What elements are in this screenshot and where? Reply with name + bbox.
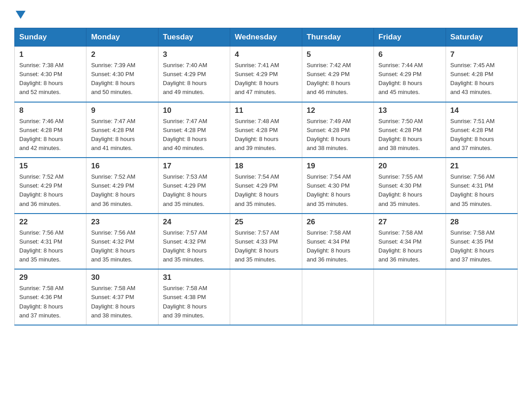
day-info: Sunrise: 7:58 AMSunset: 4:36 PMDaylight:… <box>19 284 82 320</box>
weekday-header-friday: Friday <box>374 28 446 47</box>
day-info: Sunrise: 7:48 AMSunset: 4:28 PMDaylight:… <box>235 117 297 153</box>
day-number: 9 <box>91 106 153 115</box>
weekday-header-tuesday: Tuesday <box>158 28 230 47</box>
day-number: 26 <box>307 218 369 227</box>
logo-triangle-icon <box>16 11 26 21</box>
day-cell-7: 7Sunrise: 7:45 AMSunset: 4:28 PMDaylight… <box>446 47 517 102</box>
day-info: Sunrise: 7:52 AMSunset: 4:29 PMDaylight:… <box>19 172 82 209</box>
day-info: Sunrise: 7:56 AMSunset: 4:32 PMDaylight:… <box>91 228 153 265</box>
day-number: 1 <box>19 50 82 59</box>
day-info: Sunrise: 7:39 AMSunset: 4:30 PMDaylight:… <box>91 61 153 97</box>
day-cell-22: 22Sunrise: 7:56 AMSunset: 4:31 PMDayligh… <box>15 214 86 270</box>
day-cell-14: 14Sunrise: 7:51 AMSunset: 4:28 PMDayligh… <box>446 102 517 158</box>
day-cell-28: 28Sunrise: 7:58 AMSunset: 4:35 PMDayligh… <box>446 214 517 270</box>
day-info: Sunrise: 7:58 AMSunset: 4:34 PMDaylight:… <box>307 228 369 265</box>
day-number: 8 <box>19 106 82 115</box>
day-info: Sunrise: 7:57 AMSunset: 4:32 PMDaylight:… <box>163 228 225 265</box>
day-cell-27: 27Sunrise: 7:58 AMSunset: 4:34 PMDayligh… <box>374 214 446 270</box>
day-cell-31: 31Sunrise: 7:58 AMSunset: 4:38 PMDayligh… <box>158 269 230 325</box>
day-number: 19 <box>307 162 369 171</box>
day-info: Sunrise: 7:56 AMSunset: 4:31 PMDaylight:… <box>19 228 82 265</box>
day-cell-12: 12Sunrise: 7:49 AMSunset: 4:28 PMDayligh… <box>302 102 373 158</box>
day-cell-29: 29Sunrise: 7:58 AMSunset: 4:36 PMDayligh… <box>15 269 86 325</box>
day-info: Sunrise: 7:50 AMSunset: 4:28 PMDaylight:… <box>378 117 441 153</box>
day-cell-15: 15Sunrise: 7:52 AMSunset: 4:29 PMDayligh… <box>15 158 86 214</box>
week-row-1: 1Sunrise: 7:38 AMSunset: 4:30 PMDaylight… <box>15 47 518 102</box>
day-info: Sunrise: 7:52 AMSunset: 4:29 PMDaylight:… <box>91 172 153 209</box>
weekday-header-sunday: Sunday <box>15 28 86 47</box>
page-header <box>14 11 518 21</box>
day-number: 29 <box>19 273 82 282</box>
weekday-header-row: SundayMondayTuesdayWednesdayThursdayFrid… <box>15 28 518 47</box>
day-number: 31 <box>163 273 225 282</box>
weekday-header-saturday: Saturday <box>446 28 517 47</box>
day-info: Sunrise: 7:58 AMSunset: 4:37 PMDaylight:… <box>91 284 153 320</box>
day-cell-24: 24Sunrise: 7:57 AMSunset: 4:32 PMDayligh… <box>158 214 230 270</box>
day-info: Sunrise: 7:42 AMSunset: 4:29 PMDaylight:… <box>307 61 369 97</box>
day-number: 28 <box>450 218 513 227</box>
day-number: 25 <box>235 218 297 227</box>
weekday-header-wednesday: Wednesday <box>230 28 302 47</box>
day-cell-20: 20Sunrise: 7:55 AMSunset: 4:30 PMDayligh… <box>374 158 446 214</box>
day-info: Sunrise: 7:56 AMSunset: 4:31 PMDaylight:… <box>450 172 513 209</box>
day-info: Sunrise: 7:55 AMSunset: 4:30 PMDaylight:… <box>378 172 441 209</box>
day-number: 15 <box>19 162 82 171</box>
day-cell-1: 1Sunrise: 7:38 AMSunset: 4:30 PMDaylight… <box>15 47 86 102</box>
svg-marker-0 <box>16 11 26 19</box>
weekday-header-thursday: Thursday <box>302 28 373 47</box>
empty-cell <box>302 269 373 325</box>
day-info: Sunrise: 7:51 AMSunset: 4:28 PMDaylight:… <box>450 117 513 153</box>
day-number: 14 <box>450 106 513 115</box>
day-number: 30 <box>91 273 153 282</box>
week-row-3: 15Sunrise: 7:52 AMSunset: 4:29 PMDayligh… <box>15 158 518 214</box>
day-cell-4: 4Sunrise: 7:41 AMSunset: 4:29 PMDaylight… <box>230 47 302 102</box>
day-info: Sunrise: 7:53 AMSunset: 4:29 PMDaylight:… <box>163 172 225 209</box>
day-info: Sunrise: 7:54 AMSunset: 4:30 PMDaylight:… <box>307 172 369 209</box>
day-number: 24 <box>163 218 225 227</box>
empty-cell <box>230 269 302 325</box>
day-cell-6: 6Sunrise: 7:44 AMSunset: 4:29 PMDaylight… <box>374 47 446 102</box>
day-cell-25: 25Sunrise: 7:57 AMSunset: 4:33 PMDayligh… <box>230 214 302 270</box>
day-info: Sunrise: 7:47 AMSunset: 4:28 PMDaylight:… <box>163 117 225 153</box>
day-cell-3: 3Sunrise: 7:40 AMSunset: 4:29 PMDaylight… <box>158 47 230 102</box>
day-number: 3 <box>163 50 225 59</box>
day-info: Sunrise: 7:41 AMSunset: 4:29 PMDaylight:… <box>235 61 297 97</box>
day-cell-30: 30Sunrise: 7:58 AMSunset: 4:37 PMDayligh… <box>86 269 158 325</box>
empty-cell <box>446 269 517 325</box>
day-number: 16 <box>91 162 153 171</box>
day-cell-21: 21Sunrise: 7:56 AMSunset: 4:31 PMDayligh… <box>446 158 517 214</box>
day-number: 21 <box>450 162 513 171</box>
calendar-table: SundayMondayTuesdayWednesdayThursdayFrid… <box>14 28 518 325</box>
day-number: 20 <box>378 162 441 171</box>
weekday-header-monday: Monday <box>86 28 158 47</box>
logo <box>14 11 26 21</box>
day-cell-18: 18Sunrise: 7:54 AMSunset: 4:29 PMDayligh… <box>230 158 302 214</box>
week-row-4: 22Sunrise: 7:56 AMSunset: 4:31 PMDayligh… <box>15 214 518 270</box>
day-cell-16: 16Sunrise: 7:52 AMSunset: 4:29 PMDayligh… <box>86 158 158 214</box>
day-number: 7 <box>450 50 513 59</box>
day-info: Sunrise: 7:44 AMSunset: 4:29 PMDaylight:… <box>378 61 441 97</box>
day-cell-11: 11Sunrise: 7:48 AMSunset: 4:28 PMDayligh… <box>230 102 302 158</box>
day-info: Sunrise: 7:38 AMSunset: 4:30 PMDaylight:… <box>19 61 82 97</box>
day-number: 22 <box>19 218 82 227</box>
day-cell-17: 17Sunrise: 7:53 AMSunset: 4:29 PMDayligh… <box>158 158 230 214</box>
day-number: 18 <box>235 162 297 171</box>
day-number: 4 <box>235 50 297 59</box>
day-info: Sunrise: 7:40 AMSunset: 4:29 PMDaylight:… <box>163 61 225 97</box>
day-cell-26: 26Sunrise: 7:58 AMSunset: 4:34 PMDayligh… <box>302 214 373 270</box>
week-row-2: 8Sunrise: 7:46 AMSunset: 4:28 PMDaylight… <box>15 102 518 158</box>
day-number: 12 <box>307 106 369 115</box>
day-info: Sunrise: 7:54 AMSunset: 4:29 PMDaylight:… <box>235 172 297 209</box>
day-info: Sunrise: 7:49 AMSunset: 4:28 PMDaylight:… <box>307 117 369 153</box>
day-number: 2 <box>91 50 153 59</box>
day-info: Sunrise: 7:58 AMSunset: 4:38 PMDaylight:… <box>163 284 225 320</box>
day-info: Sunrise: 7:45 AMSunset: 4:28 PMDaylight:… <box>450 61 513 97</box>
day-cell-9: 9Sunrise: 7:47 AMSunset: 4:28 PMDaylight… <box>86 102 158 158</box>
day-number: 23 <box>91 218 153 227</box>
day-info: Sunrise: 7:47 AMSunset: 4:28 PMDaylight:… <box>91 117 153 153</box>
day-number: 5 <box>307 50 369 59</box>
day-number: 11 <box>235 106 297 115</box>
day-cell-2: 2Sunrise: 7:39 AMSunset: 4:30 PMDaylight… <box>86 47 158 102</box>
day-info: Sunrise: 7:46 AMSunset: 4:28 PMDaylight:… <box>19 117 82 153</box>
day-cell-8: 8Sunrise: 7:46 AMSunset: 4:28 PMDaylight… <box>15 102 86 158</box>
